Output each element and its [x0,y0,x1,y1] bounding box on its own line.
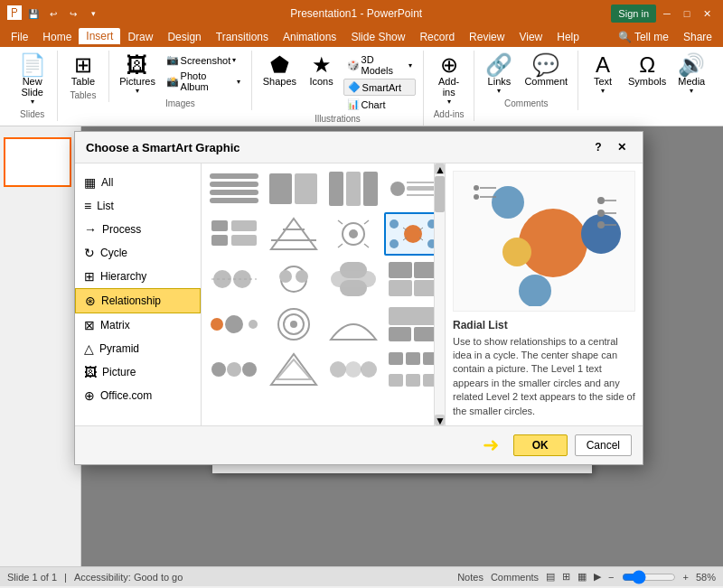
cat-matrix[interactable]: ⊠ Matrix [75,313,201,337]
menu-slideshow[interactable]: Slide Show [343,28,412,46]
ok-arrow-indicator: ➜ [483,434,499,457]
menu-record[interactable]: Record [412,28,462,46]
cat-relationship-label: Relationship [101,294,161,307]
ok-button[interactable]: OK [513,434,568,456]
cat-list[interactable]: ≡ List [75,194,201,218]
menu-transitions[interactable]: Transitions [209,28,276,46]
cat-cycle[interactable]: ↻ Cycle [75,241,201,265]
menu-design[interactable]: Design [160,28,208,46]
grid-item-18[interactable] [265,348,323,391]
grid-item-5[interactable] [205,212,263,256]
comment-btn[interactable]: 💬 Comment [521,52,571,89]
addins-btn[interactable]: ⊕ Add-ins ▾ [431,52,467,107]
media-arrow: ▾ [690,87,693,95]
symbols-btn[interactable]: Ω Symbols [624,52,670,89]
cat-process-label: Process [102,223,141,236]
menu-search[interactable]: 🔍 Tell me [611,28,676,46]
cat-picture-icon: 🖼 [84,365,97,379]
grid-item-13[interactable] [205,303,263,346]
cat-pyramid[interactable]: △ Pyramid [75,337,201,360]
new-slide-btn[interactable]: 📄 NewSlide ▾ [14,52,51,107]
redo-btn[interactable]: ↪ [65,5,81,22]
slide-thumbnail[interactable] [4,137,71,187]
notes-btn[interactable]: Notes [457,572,484,583]
chart-icon: 📊 [347,98,360,110]
text-items: A Text ▾ Ω Symbols 🔊 Media ▾ [585,52,709,97]
grid-item-10[interactable] [265,257,323,301]
text-btn[interactable]: A Text ▾ [585,52,621,97]
cat-relationship[interactable]: ⊛ Relationship [75,288,201,313]
dialog-close-btn[interactable]: ✕ [612,137,632,157]
grid-item-7[interactable] [324,212,382,256]
zoom-plus-btn[interactable]: + [683,572,689,583]
photoalbum-btn[interactable]: 📸 Photo Album ▾ [163,69,245,94]
accessibility-status[interactable]: Accessibility: Good to go [74,572,183,583]
svg-point-26 [404,225,422,243]
3dmodels-arrow: ▾ [408,61,412,70]
view-grid-icon[interactable]: ⊞ [562,571,570,583]
view-slideshow-icon[interactable]: ▶ [594,571,601,583]
smartart-btn[interactable]: 🔷 SmartArt [343,79,416,96]
grid-item-2[interactable] [265,167,323,210]
cat-hierarchy[interactable]: ⊞ Hierarchy [75,265,201,288]
3dmodels-btn[interactable]: 🎲 3D Models ▾ [343,52,416,78]
cat-process-icon: → [84,222,97,237]
grid-scrollbar[interactable]: ▲ ▼ [434,163,445,425]
menu-help[interactable]: Help [549,28,587,46]
preview-graphic [453,171,635,312]
cat-office[interactable]: ⊕ Office.com [75,384,201,407]
table-btn[interactable]: ⊞ Table [65,52,101,89]
grid-item-1[interactable] [205,167,263,210]
grid-item-14[interactable] [265,303,323,346]
pictures-btn[interactable]: 🖼 Pictures ▾ [117,52,159,97]
cat-pyramid-icon: △ [84,341,94,356]
zoom-minus-btn[interactable]: − [608,572,614,583]
comments-btn[interactable]: Comments [491,572,539,583]
cancel-button[interactable]: Cancel [575,434,632,456]
menu-draw[interactable]: Draw [120,28,160,46]
menu-animations[interactable]: Animations [276,28,343,46]
customize-btn[interactable]: ▾ [85,5,101,22]
dialog-help-btn[interactable]: ? [588,137,608,157]
slide-info: Slide 1 of 1 [7,572,57,583]
minimize-btn[interactable]: ─ [658,5,676,23]
shapes-btn[interactable]: ⬟ Shapes [259,52,299,89]
cat-process[interactable]: → Process [75,218,201,241]
undo-btn[interactable]: ↩ [45,5,61,22]
cat-picture[interactable]: 🖼 Picture [75,360,201,384]
cat-all[interactable]: ▦ All [75,171,201,194]
grid-item-15[interactable] [324,303,382,346]
menu-review[interactable]: Review [462,28,512,46]
menu-share[interactable]: Share [676,28,719,46]
grid-item-9[interactable] [205,257,263,301]
new-slide-icon: 📄 [19,54,46,76]
menu-view[interactable]: View [512,28,549,46]
menu-insert[interactable]: Insert [79,28,120,46]
menu-home[interactable]: Home [35,28,79,46]
grid-item-3[interactable] [324,167,382,210]
view-normal-icon[interactable]: ▤ [546,571,555,583]
maximize-btn[interactable]: □ [678,5,696,23]
new-slide-arrow: ▾ [31,98,34,106]
scrollbar-up-btn[interactable]: ▲ [435,163,445,174]
grid-item-11[interactable] [324,257,382,301]
view-reader-icon[interactable]: ▦ [577,571,587,583]
svg-rect-4 [269,173,292,204]
title-bar: 🅿 💾 ↩ ↪ ▾ Presentation1 - PowerPoint Sig… [0,0,723,27]
scrollbar-thumb[interactable] [435,176,445,212]
grid-item-6[interactable] [265,212,323,256]
menu-file[interactable]: File [4,28,35,46]
symbols-icon: Ω [639,54,655,76]
chart-btn[interactable]: 📊 Chart [343,97,416,112]
quick-save-btn[interactable]: 💾 [25,5,42,22]
icons-btn[interactable]: ★ Icons [304,52,340,89]
scrollbar-down-btn[interactable]: ▼ [435,415,445,425]
zoom-slider[interactable] [622,570,676,584]
screenshot-btn[interactable]: 📷 Screenshot ▾ [163,52,245,68]
grid-item-17[interactable] [205,348,263,391]
close-btn[interactable]: ✕ [698,5,716,23]
links-btn[interactable]: 🔗 Links ▾ [481,52,517,97]
grid-item-19[interactable] [324,348,382,391]
signin-btn[interactable]: Sign in [611,5,656,23]
media-btn[interactable]: 🔊 Media ▾ [673,52,709,97]
